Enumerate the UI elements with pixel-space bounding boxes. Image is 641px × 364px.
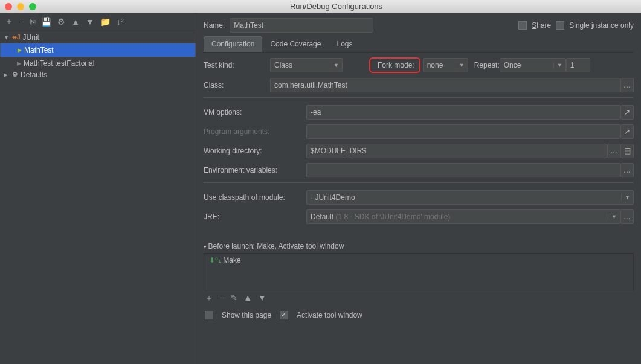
- chevron-down-icon: ▼: [330, 62, 340, 68]
- combo-value: JUnit4Demo: [315, 193, 621, 202]
- vm-options-label: VM options:: [204, 108, 306, 117]
- jre-browse-button[interactable]: …: [620, 209, 634, 224]
- share-checkbox[interactable]: [518, 21, 527, 30]
- working-dir-label: Working directory:: [204, 147, 306, 155]
- sidebar: ＋ − ⎘ 💾 ⚙ ▲ ▼ 📁 ↓² ▼ ⬌J JUnit ▶ MathTest…: [0, 13, 196, 364]
- name-input[interactable]: [230, 18, 373, 33]
- save-config-button[interactable]: 💾: [41, 17, 51, 27]
- run-icon: ▶: [17, 60, 21, 66]
- before-launch-toolbar: ＋ − ✎ ▲ ▼: [204, 290, 634, 306]
- tree-node-junit[interactable]: ▼ ⬌J JUnit: [0, 31, 196, 43]
- make-icon: ⬇⁰₁: [209, 256, 221, 264]
- bl-down-button[interactable]: ▼: [258, 293, 266, 304]
- classpath-label: Use classpath of module:: [204, 193, 306, 202]
- tab-code-coverage[interactable]: Code Coverage: [262, 36, 329, 52]
- module-icon: ▫: [311, 194, 313, 201]
- fork-mode-combo[interactable]: none ▼: [423, 58, 468, 72]
- tab-configuration[interactable]: Configuration: [204, 36, 262, 52]
- combo-value: Once: [504, 61, 553, 69]
- repeat-label: Repeat:: [474, 61, 500, 69]
- separator: [204, 97, 634, 98]
- chevron-down-icon: ▼: [608, 214, 617, 220]
- settings-button[interactable]: ⚙: [57, 17, 65, 27]
- single-instance-checkbox[interactable]: [556, 21, 564, 30]
- test-kind-combo[interactable]: Class ▼: [270, 58, 343, 72]
- bl-up-button[interactable]: ▲: [243, 293, 252, 304]
- tree-label: Defaults: [21, 71, 47, 79]
- folder-button[interactable]: 📁: [100, 17, 111, 27]
- vm-options-input[interactable]: [306, 105, 620, 120]
- bl-add-button[interactable]: ＋: [205, 293, 213, 304]
- program-args-input[interactable]: [306, 124, 620, 139]
- share-label: Share: [532, 21, 551, 30]
- chevron-down-icon: ▼: [553, 62, 563, 68]
- before-launch-item[interactable]: ⬇⁰₁ Make: [205, 255, 632, 266]
- window-title: Run/Debug Configurations: [36, 2, 636, 11]
- env-browse-button[interactable]: …: [620, 163, 634, 177]
- move-down-button[interactable]: ▼: [86, 17, 94, 27]
- config-tree: ▼ ⬌J JUnit ▶ MathTest ▶ MathTest.testFac…: [0, 30, 196, 364]
- show-page-label: Show this page: [222, 311, 271, 319]
- sort-button[interactable]: ↓²: [117, 17, 124, 27]
- fork-mode-label: Fork mode:: [378, 61, 414, 69]
- vm-expand-button[interactable]: ↗: [620, 105, 634, 120]
- tab-logs[interactable]: Logs: [329, 36, 360, 52]
- name-label: Name:: [204, 21, 225, 30]
- close-window-button[interactable]: [5, 3, 12, 10]
- main-pane: Name: Share Single instance only Configu…: [196, 13, 641, 364]
- jre-label: JRE:: [204, 212, 306, 221]
- sidebar-toolbar: ＋ − ⎘ 💾 ⚙ ▲ ▼ 📁 ↓²: [0, 13, 196, 30]
- combo-value: Class: [274, 61, 330, 69]
- pa-expand-button[interactable]: ↗: [620, 124, 634, 139]
- zoom-window-button[interactable]: [29, 3, 36, 10]
- env-vars-input[interactable]: [306, 163, 620, 177]
- tree-label: MathTest.testFactorial: [24, 59, 94, 68]
- wd-macro-button[interactable]: ▤: [620, 144, 634, 158]
- tab-bar: Configuration Code Coverage Logs: [204, 36, 634, 53]
- chevron-down-icon: ▼: [621, 194, 631, 200]
- activate-tool-checkbox[interactable]: [280, 311, 288, 319]
- combo-value: Default (1.8 - SDK of 'JUnit4Demo' modul…: [311, 212, 608, 221]
- tree-node-defaults[interactable]: ▶ ⚙ Defaults: [0, 69, 196, 80]
- repeat-combo[interactable]: Once ▼: [500, 58, 566, 72]
- tree-label: JUnit: [23, 33, 39, 42]
- gear-icon: ⚙: [12, 71, 18, 78]
- repeat-count-input[interactable]: [566, 58, 590, 72]
- run-icon: ▶: [18, 47, 22, 53]
- copy-config-button[interactable]: ⎘: [30, 17, 35, 27]
- titlebar: Run/Debug Configurations: [0, 0, 641, 13]
- move-up-button[interactable]: ▲: [71, 17, 80, 27]
- wd-browse-button[interactable]: …: [607, 144, 620, 158]
- before-launch-header[interactable]: Before launch: Make, Activate tool windo…: [204, 242, 634, 251]
- env-vars-label: Environment variables:: [204, 166, 306, 174]
- before-launch-list[interactable]: ⬇⁰₁ Make: [204, 253, 634, 290]
- program-args-label: Program arguments:: [204, 127, 306, 136]
- jre-combo[interactable]: Default (1.8 - SDK of 'JUnit4Demo' modul…: [306, 209, 620, 224]
- tree-node-mathtest[interactable]: ▶ MathTest: [0, 43, 196, 57]
- expand-icon: ▶: [4, 72, 10, 78]
- working-dir-input[interactable]: [306, 144, 607, 158]
- fork-mode-highlight: Fork mode:: [369, 57, 420, 73]
- classpath-combo[interactable]: ▫ JUnit4Demo ▼: [306, 190, 634, 205]
- class-label: Class:: [204, 81, 270, 89]
- bl-edit-button[interactable]: ✎: [230, 293, 237, 304]
- remove-config-button[interactable]: −: [19, 17, 24, 27]
- show-page-checkbox[interactable]: [205, 311, 213, 319]
- minimize-window-button[interactable]: [17, 3, 24, 10]
- bl-remove-button[interactable]: −: [219, 293, 224, 304]
- class-input[interactable]: [270, 78, 620, 92]
- tree-node-testfactorial[interactable]: ▶ MathTest.testFactorial: [0, 57, 196, 69]
- tree-label: MathTest: [24, 46, 54, 54]
- junit-icon: ⬌J: [12, 34, 21, 40]
- expand-icon: ▼: [4, 34, 10, 40]
- chevron-down-icon: ▼: [456, 62, 465, 68]
- separator: [204, 182, 634, 183]
- single-instance-label: Single instance only: [569, 21, 634, 30]
- activate-tool-label: Activate tool window: [297, 311, 362, 319]
- window-controls: [5, 3, 36, 10]
- class-browse-button[interactable]: …: [620, 78, 634, 92]
- add-config-button[interactable]: ＋: [5, 16, 13, 27]
- test-kind-label: Test kind:: [204, 61, 270, 69]
- combo-value: none: [427, 61, 456, 69]
- item-label: Make: [223, 256, 240, 264]
